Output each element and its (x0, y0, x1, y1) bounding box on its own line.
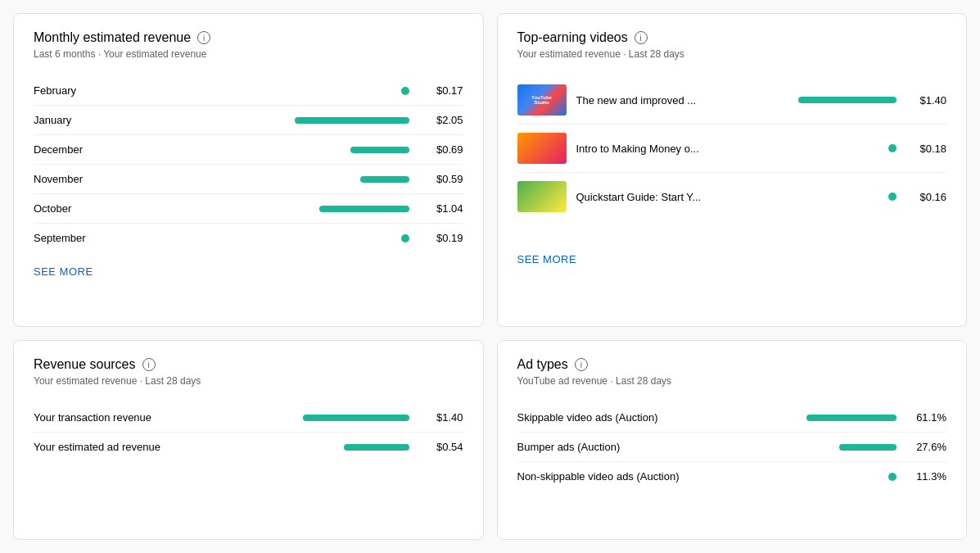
row-label: September (34, 232, 115, 244)
video-thumb-container (517, 181, 567, 212)
revenue-sources-card: Revenue sources i Your estimated revenue… (13, 340, 484, 540)
bar-container (115, 117, 409, 124)
bar-dot (401, 87, 409, 95)
row-label: Your transaction revenue (34, 411, 197, 424)
monthly-revenue-title-text: Monthly estimated revenue (34, 30, 191, 45)
row-value: $0.19 (422, 232, 463, 244)
table-row: September $0.19 (34, 224, 463, 252)
bar-container (115, 87, 409, 95)
bar-container (115, 147, 409, 153)
row-value: $0.17 (422, 84, 463, 97)
dashboard: Monthly estimated revenue i Last 6 month… (0, 0, 980, 553)
row-value: $1.04 (422, 202, 463, 215)
video-thumbnail (517, 181, 567, 212)
bar (344, 444, 409, 451)
bar-container (115, 234, 409, 243)
table-row: Bumper ads (Auction) 27.6% (517, 433, 947, 462)
table-row: October $1.04 (34, 194, 463, 224)
bar-container (115, 176, 409, 183)
row-label: January (34, 114, 115, 126)
top-earning-subtitle: Your estimated revenue · Last 28 days (517, 48, 947, 60)
video-value: $0.18 (910, 143, 946, 155)
revenue-sources-subtitle: Your estimated revenue · Last 28 days (34, 375, 463, 387)
ad-label: Bumper ads (Auction) (517, 441, 791, 453)
video-bar-container (798, 144, 896, 152)
row-label: November (34, 173, 115, 185)
row-value: $0.69 (422, 143, 463, 156)
table-row: Your estimated ad revenue $0.54 (34, 433, 463, 461)
video-bar-container (798, 193, 896, 201)
ad-value: 27.6% (910, 441, 946, 453)
top-earning-title-text: Top-earning videos (517, 30, 628, 45)
bar-container (197, 415, 409, 421)
ad-bar-container (790, 473, 896, 481)
video-title: The new and improved ... (576, 94, 786, 107)
bar-dot (888, 193, 896, 201)
video-thumbnail (517, 133, 567, 164)
revenue-source-rows: Your transaction revenue $1.40 Your esti… (34, 403, 463, 461)
ad-types-title-text: Ad types (517, 357, 568, 372)
bar (350, 147, 409, 153)
table-row: December $0.69 (34, 135, 463, 165)
bar (839, 444, 896, 451)
monthly-revenue-rows: February $0.17 January $2.05 December $0… (34, 76, 463, 252)
row-value: $0.59 (422, 173, 463, 185)
video-title: Quickstart Guide: Start Y... (576, 191, 786, 203)
list-item: Intro to Making Money o... $0.18 (517, 125, 947, 173)
video-thumb-container: YouTubeStudio (517, 84, 567, 116)
monthly-revenue-subtitle: Last 6 months · Your estimated revenue (34, 48, 463, 60)
row-label: December (34, 143, 115, 156)
row-label: Your estimated ad revenue (34, 441, 197, 453)
ad-bar-container (790, 444, 896, 451)
table-row: Non-skippable video ads (Auction) 11.3% (517, 462, 947, 491)
table-row: Your transaction revenue $1.40 (34, 403, 463, 433)
top-earning-card: Top-earning videos i Your estimated reve… (497, 13, 968, 327)
bar (806, 415, 896, 421)
bar-dot (888, 144, 896, 152)
video-value: $1.40 (910, 94, 946, 107)
ad-label: Non-skippable video ads (Auction) (517, 470, 791, 483)
bar (295, 117, 409, 124)
bar (798, 97, 896, 103)
bar (360, 176, 409, 183)
row-value: $1.40 (422, 411, 463, 424)
table-row: Skippable video ads (Auction) 61.1% (517, 403, 947, 433)
row-value: $2.05 (422, 114, 463, 126)
video-bar-container (798, 97, 896, 103)
monthly-revenue-title: Monthly estimated revenue i (34, 30, 463, 45)
revenue-sources-info-icon[interactable]: i (142, 358, 156, 371)
ad-label: Skippable video ads (Auction) (517, 411, 791, 424)
video-thumb-container (517, 133, 567, 164)
ad-value: 11.3% (910, 470, 946, 483)
table-row: February $0.17 (34, 76, 463, 106)
monthly-revenue-info-icon[interactable]: i (197, 31, 210, 44)
ad-types-info-icon[interactable]: i (575, 358, 588, 371)
monthly-revenue-card: Monthly estimated revenue i Last 6 month… (13, 13, 484, 327)
top-earning-info-icon[interactable]: i (635, 31, 648, 44)
monthly-revenue-see-more[interactable]: SEE MORE (34, 265, 93, 278)
bar-container (115, 206, 409, 212)
ad-bar-container (790, 415, 896, 421)
bar-dot (401, 234, 409, 243)
table-row: November $0.59 (34, 165, 463, 194)
row-value: $0.54 (422, 441, 463, 453)
top-earning-see-more[interactable]: SEE MORE (517, 253, 947, 265)
ad-types-title: Ad types i (517, 357, 947, 372)
ad-types-subtitle: YouTube ad revenue · Last 28 days (517, 375, 947, 387)
video-title: Intro to Making Money o... (576, 143, 786, 155)
revenue-sources-title-text: Revenue sources (34, 357, 136, 372)
row-label: October (34, 202, 115, 215)
bar (303, 415, 409, 421)
ad-value: 61.1% (910, 411, 946, 424)
bar-dot (888, 473, 896, 481)
list-item: Quickstart Guide: Start Y... $0.16 (517, 173, 947, 220)
ad-types-card: Ad types i YouTube ad revenue · Last 28 … (497, 340, 968, 540)
revenue-sources-title: Revenue sources i (34, 357, 463, 372)
bar-container (197, 444, 409, 451)
video-thumbnail: YouTubeStudio (517, 84, 567, 116)
list-item: YouTubeStudio The new and improved ... $… (517, 76, 947, 125)
top-earning-rows: YouTubeStudio The new and improved ... $… (517, 76, 947, 220)
ad-type-rows: Skippable video ads (Auction) 61.1% Bump… (517, 403, 947, 491)
table-row: January $2.05 (34, 106, 463, 135)
top-earning-title: Top-earning videos i (517, 30, 947, 45)
